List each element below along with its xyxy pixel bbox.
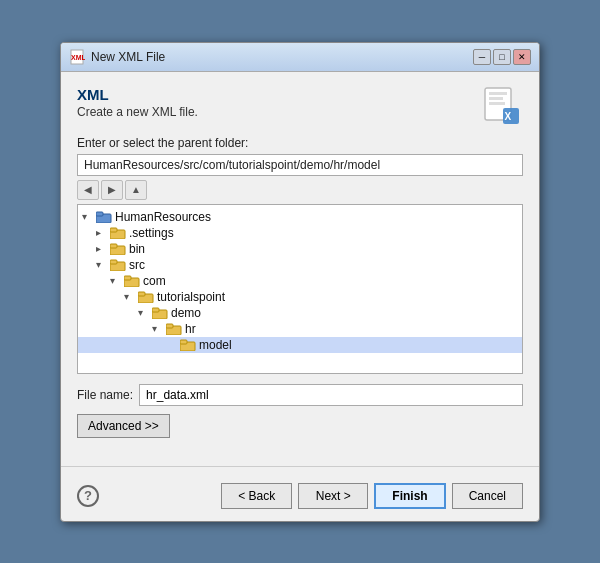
svg-rect-5 [489, 102, 505, 105]
tree-item-label: hr [185, 322, 196, 336]
header-left: XML Create a new XML file. [77, 86, 198, 119]
svg-rect-23 [166, 324, 173, 328]
title-bar: XML New XML File ─ □ ✕ [61, 43, 539, 72]
tree-item-label: bin [129, 242, 145, 256]
tree-item-label: .settings [129, 226, 174, 240]
close-button[interactable]: ✕ [513, 49, 531, 65]
finish-button[interactable]: Finish [374, 483, 445, 509]
next-button[interactable]: Next > [298, 483, 368, 509]
tree-item[interactable]: ▸ .settings [78, 225, 522, 241]
filename-label: File name: [77, 388, 133, 402]
svg-rect-15 [110, 260, 117, 264]
svg-rect-3 [489, 92, 507, 95]
navigate-back-button[interactable]: ◀ [77, 180, 99, 200]
folder-tree[interactable]: ▾ HumanResources▸ .settings▸ bin▾ src▾ c… [77, 204, 523, 374]
svg-rect-17 [124, 276, 131, 280]
navigate-forward-button[interactable]: ▶ [101, 180, 123, 200]
tree-item[interactable]: ▾ hr [78, 321, 522, 337]
parent-folder-input[interactable] [77, 154, 523, 176]
tree-item[interactable]: ▾ com [78, 273, 522, 289]
page-title: XML [77, 86, 198, 103]
nav-buttons: < Back Next > Finish Cancel [221, 483, 523, 509]
back-button[interactable]: < Back [221, 483, 292, 509]
svg-rect-11 [110, 228, 117, 232]
tree-item[interactable]: ▾ tutorialspoint [78, 289, 522, 305]
advanced-button[interactable]: Advanced >> [77, 414, 170, 438]
xml-header-icon: X [481, 86, 523, 128]
tree-item[interactable]: ▾ src [78, 257, 522, 273]
svg-text:X: X [505, 111, 512, 122]
svg-rect-9 [96, 212, 103, 216]
title-bar-buttons: ─ □ ✕ [473, 49, 531, 65]
dialog-window: XML New XML File ─ □ ✕ XML Create a new … [60, 42, 540, 522]
cancel-button[interactable]: Cancel [452, 483, 523, 509]
minimize-button[interactable]: ─ [473, 49, 491, 65]
filename-input[interactable] [139, 384, 523, 406]
filename-row: File name: [77, 384, 523, 406]
navigate-up-button[interactable]: ▲ [125, 180, 147, 200]
svg-rect-13 [110, 244, 117, 248]
tree-item-label: com [143, 274, 166, 288]
svg-text:XML: XML [71, 54, 85, 61]
tree-item[interactable]: ▸ bin [78, 241, 522, 257]
tree-item[interactable]: model [78, 337, 522, 353]
title-bar-left: XML New XML File [69, 49, 165, 65]
maximize-button[interactable]: □ [493, 49, 511, 65]
window-title: New XML File [91, 50, 165, 64]
dialog-content: XML Create a new XML file. X Enter or se… [61, 72, 539, 458]
header-row: XML Create a new XML file. X [77, 86, 523, 128]
xml-icon-svg: X [481, 86, 523, 128]
help-button[interactable]: ? [77, 485, 99, 507]
svg-rect-19 [138, 292, 145, 296]
tree-item-label: HumanResources [115, 210, 211, 224]
svg-rect-25 [180, 340, 187, 344]
folder-section-label: Enter or select the parent folder: [77, 136, 523, 150]
svg-rect-21 [152, 308, 159, 312]
bottom-bar: ? < Back Next > Finish Cancel [61, 475, 539, 521]
tree-item-label: demo [171, 306, 201, 320]
divider [61, 466, 539, 467]
tree-item-label: src [129, 258, 145, 272]
tree-item-label: model [199, 338, 232, 352]
svg-rect-4 [489, 97, 503, 100]
page-subtitle: Create a new XML file. [77, 105, 198, 119]
window-icon: XML [69, 49, 85, 65]
folder-toolbar: ◀ ▶ ▲ [77, 180, 523, 200]
tree-item[interactable]: ▾ demo [78, 305, 522, 321]
tree-item-label: tutorialspoint [157, 290, 225, 304]
tree-item[interactable]: ▾ HumanResources [78, 209, 522, 225]
